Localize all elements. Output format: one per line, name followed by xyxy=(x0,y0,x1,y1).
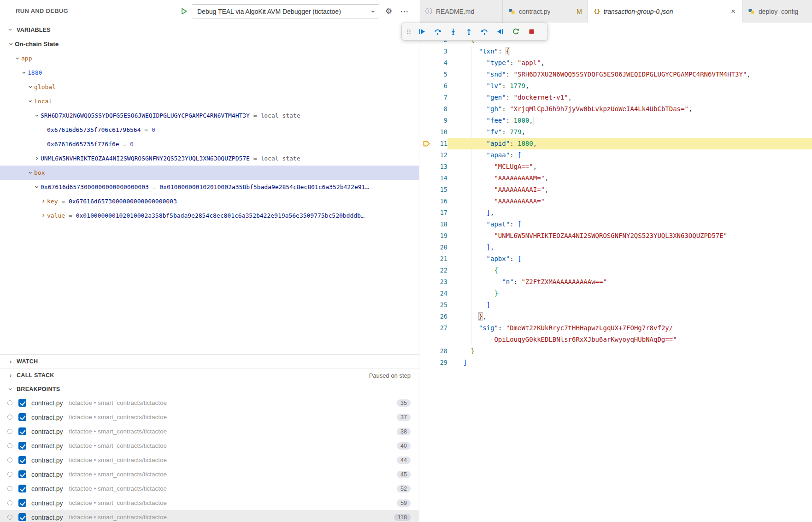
variable-row[interactable]: 0x67616d65735f776f6e = 0 xyxy=(0,137,419,151)
breakpoint-checkbox[interactable] xyxy=(18,442,26,450)
code-line[interactable]: 27 "sig": "DmeWt2zKUkRryc7tHHHapwzLgqUX+… xyxy=(420,322,812,334)
variable-row[interactable]: UNML6W5NVHRIKTEOZAA4NI2SWQROSGNFNY2QS523… xyxy=(0,151,419,166)
close-icon[interactable]: × xyxy=(730,6,736,16)
line-number[interactable]: 16 xyxy=(434,196,447,207)
code-line[interactable]: 13 "MCLUgA==", xyxy=(420,161,812,172)
line-number[interactable] xyxy=(434,334,447,345)
gutter-glyph-margin[interactable] xyxy=(420,299,434,311)
line-number[interactable]: 29 xyxy=(434,357,447,368)
variable-row[interactable]: 1880 xyxy=(0,65,419,80)
line-number[interactable]: 7 xyxy=(434,92,447,103)
twistie-chevron-icon[interactable] xyxy=(27,83,34,90)
variable-row[interactable]: 0x67616d65735f706c61796564 = 0 xyxy=(0,123,419,137)
twistie-chevron-icon[interactable] xyxy=(33,155,41,162)
breakpoint-row[interactable]: contract.pytictactoe • smart_contracts/t… xyxy=(0,453,419,467)
reverse-continue-button[interactable] xyxy=(493,25,507,39)
gutter-glyph-margin[interactable] xyxy=(420,357,434,368)
code-line[interactable]: 21 "apbx": [ xyxy=(420,253,812,265)
line-number[interactable]: 9 xyxy=(434,115,447,126)
gutter-glyph-margin[interactable] xyxy=(420,184,434,196)
code-line[interactable]: 8 "gh": "XrjqMlCpJ6h9h7jyVw0bLvkpzUoWeIA… xyxy=(420,103,812,115)
breakpoint-checkbox[interactable] xyxy=(18,413,26,421)
breakpoint-checkbox[interactable] xyxy=(18,427,26,435)
step-back-button[interactable] xyxy=(477,25,492,39)
code-line[interactable]: 16 "AAAAAAAAAA=" xyxy=(420,196,812,207)
call-stack-section-header[interactable]: CALL STACK Paused on step xyxy=(0,368,419,382)
step-over-button[interactable] xyxy=(430,25,445,39)
code-line[interactable]: 23 "n": "Z2FtZXMAAAAAAAAAAw==" xyxy=(420,276,812,288)
gutter-glyph-margin[interactable] xyxy=(420,230,434,242)
line-number[interactable]: 23 xyxy=(434,276,447,288)
gutter-glyph-margin[interactable] xyxy=(420,57,434,69)
code-line[interactable]: 9 "fee": 1000, xyxy=(420,115,812,126)
variable-row[interactable]: value = 0x010000000102010002a358bf5bada9… xyxy=(0,208,419,223)
breakpoint-checkbox[interactable] xyxy=(18,470,26,478)
variable-row[interactable]: SRH6D7XU2N6WQQ5SSYDQFG5ESO6JWEQIDPGLUGYC… xyxy=(0,108,419,123)
gutter-glyph-margin[interactable] xyxy=(420,196,434,207)
gutter-glyph-margin[interactable] xyxy=(420,265,434,276)
line-number[interactable]: 5 xyxy=(434,69,447,80)
twistie-chevron-icon[interactable] xyxy=(20,69,28,76)
twistie-chevron-icon[interactable] xyxy=(33,184,41,190)
variable-row[interactable]: On-chain State xyxy=(0,37,419,51)
line-number[interactable]: 17 xyxy=(434,207,447,219)
line-number[interactable]: 18 xyxy=(434,219,447,230)
breakpoints-section-header[interactable]: BREAKPOINTS xyxy=(0,382,419,396)
line-number[interactable]: 15 xyxy=(434,184,447,196)
code-line[interactable]: 28 } xyxy=(420,345,812,357)
continue-button[interactable] xyxy=(414,25,429,39)
gutter-glyph-margin[interactable] xyxy=(420,311,434,322)
gutter-glyph-margin[interactable] xyxy=(420,334,434,345)
line-number[interactable]: 4 xyxy=(434,57,447,69)
twistie-chevron-icon[interactable] xyxy=(33,112,41,119)
line-number[interactable]: 21 xyxy=(434,253,447,265)
line-number[interactable]: 14 xyxy=(434,172,447,184)
tab-deploy_config[interactable]: deploy_config xyxy=(742,0,812,23)
breakpoint-row[interactable]: contract.pytictactoe • smart_contracts/t… xyxy=(0,439,419,453)
variable-row[interactable]: local xyxy=(0,94,419,108)
line-number[interactable]: 26 xyxy=(434,311,447,322)
code-line[interactable]: 22 { xyxy=(420,265,812,276)
twistie-chevron-icon[interactable] xyxy=(40,198,47,205)
debug-config-dropdown[interactable]: Debug TEAL via AlgoKit AVM Debugger (tic… xyxy=(192,4,379,18)
variable-row[interactable]: app xyxy=(0,51,419,65)
gutter-glyph-margin[interactable] xyxy=(420,161,434,172)
breakpoint-row[interactable]: contract.pytictactoe • smart_contracts/t… xyxy=(0,510,419,522)
twistie-chevron-icon[interactable] xyxy=(27,169,34,176)
code-line[interactable]: 26 }, xyxy=(420,311,812,322)
breakpoint-row[interactable]: contract.pytictactoe • smart_contracts/t… xyxy=(0,396,419,410)
gear-icon[interactable]: ⚙ xyxy=(383,6,394,17)
line-number[interactable]: 27 xyxy=(434,322,447,334)
line-number[interactable]: 20 xyxy=(434,242,447,253)
gutter-glyph-margin[interactable] xyxy=(420,149,434,161)
line-number[interactable]: 22 xyxy=(434,265,447,276)
line-number[interactable]: 6 xyxy=(434,80,447,92)
breakpoint-row[interactable]: contract.pytictactoe • smart_contracts/t… xyxy=(0,410,419,424)
code-line[interactable]: 6 "lv": 1779, xyxy=(420,80,812,92)
code-line[interactable]: 24 } xyxy=(420,288,812,299)
code-line[interactable]: 12 "apaa": [ xyxy=(420,149,812,161)
variables-section-header[interactable]: VARIABLES xyxy=(0,23,419,37)
breakpoint-row[interactable]: contract.pytictactoe • smart_contracts/t… xyxy=(0,496,419,510)
start-debug-icon[interactable] xyxy=(180,7,188,15)
variable-row[interactable]: global xyxy=(0,80,419,94)
breakpoint-checkbox[interactable] xyxy=(18,456,26,464)
code-line[interactable]: OpiLouqyG0kkEDLBNlsr6RxXJbu6arKwyoyqHUbN… xyxy=(420,334,812,345)
gutter-glyph-margin[interactable] xyxy=(420,288,434,299)
watch-section-header[interactable]: WATCH xyxy=(0,354,419,368)
twistie-chevron-icon[interactable] xyxy=(40,212,47,219)
more-actions-icon[interactable]: ⋯ xyxy=(398,6,411,18)
code-line[interactable]: 10 "fv": 779, xyxy=(420,126,812,138)
gutter-glyph-margin[interactable] xyxy=(420,276,434,288)
tab-contract.py[interactable]: contract.pyM xyxy=(503,0,588,23)
gutter-glyph-margin[interactable] xyxy=(420,207,434,219)
breakpoint-row[interactable]: contract.pytictactoe • smart_contracts/t… xyxy=(0,424,419,439)
editor-pane[interactable]: 1[2 {3 "txn": {4 "type": "appl",5 "snd":… xyxy=(420,23,812,522)
code-line[interactable]: 5 "snd": "SRH6D7XU2N6WQQ5SSYDQFG5ESO6JWE… xyxy=(420,69,812,80)
step-into-button[interactable] xyxy=(446,25,460,39)
gutter-glyph-margin[interactable] xyxy=(420,115,434,126)
twistie-chevron-icon[interactable] xyxy=(7,41,15,47)
debug-current-step-gutter[interactable] xyxy=(420,138,434,149)
line-number[interactable]: 8 xyxy=(434,103,447,115)
code-line[interactable]: 3 "txn": { xyxy=(420,46,812,57)
